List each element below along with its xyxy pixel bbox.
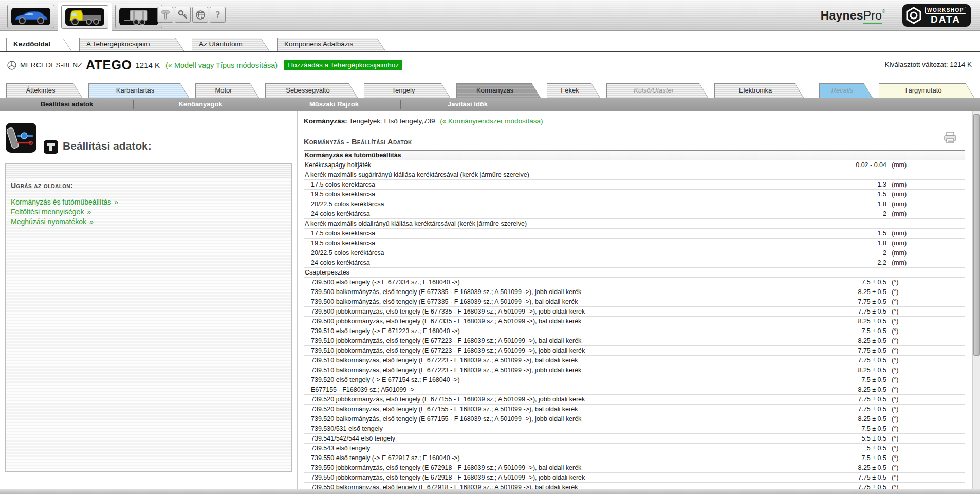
section-tab[interactable]: Külső/Utastér bbox=[606, 83, 708, 98]
tools-button[interactable] bbox=[157, 7, 173, 23]
section-tab[interactable]: Áttekintés bbox=[6, 83, 82, 98]
change-steering-link[interactable]: (« Kormányrendszer módosítása) bbox=[440, 117, 543, 125]
nav-tab[interactable]: A Tehergépkocsijaim bbox=[79, 38, 184, 51]
section-tab[interactable]: Tárgymutató bbox=[879, 83, 974, 98]
section-tab[interactable]: Tengely bbox=[364, 83, 450, 98]
nav-tab[interactable]: Kezdőoldal bbox=[6, 38, 72, 51]
section-tab-label: Elektronika bbox=[714, 83, 804, 97]
subsection-tab[interactable]: Beállítási adatok bbox=[0, 98, 134, 111]
jump-link[interactable]: Meghúzási nyomatékok» bbox=[11, 217, 286, 227]
nav-tab[interactable]: Komponens Adatbázis bbox=[277, 38, 386, 51]
row-value: 8.25 ± 0.5 bbox=[858, 414, 886, 424]
help-button[interactable]: ? bbox=[210, 7, 226, 23]
wheel-alignment-icon bbox=[5, 122, 39, 154]
row-value: 1.8 bbox=[878, 199, 886, 209]
jump-link-arrow-icon: » bbox=[114, 198, 118, 206]
subsection-tab-label: Beállítási adatok bbox=[41, 100, 94, 108]
add-to-trucks-button[interactable]: Hozzáadás a Tehergépkocsijaimhoz bbox=[284, 60, 402, 70]
nav-tab[interactable]: Az Utánfutóim bbox=[192, 38, 270, 51]
table-row: 20/22.5 colos keréktárcsa 1.8 (mm) bbox=[304, 199, 965, 209]
row-label: 739.520 jobbkormányzás, első tengely (E … bbox=[304, 395, 858, 404]
vehicle-header: MERCEDES-BENZ ATEGO 1214 K (« Modell vag… bbox=[0, 52, 980, 76]
row-unit: (mm) bbox=[886, 160, 913, 170]
section-tab[interactable]: Elektronika bbox=[714, 83, 804, 98]
svg-text:?: ? bbox=[215, 10, 220, 20]
logo-divider bbox=[894, 6, 894, 25]
row-label: 24 colos keréktárcsa bbox=[304, 209, 883, 218]
row-label: 739.520 balkormányzás, első tengely (E 6… bbox=[304, 405, 858, 414]
section-title: Kormányzás - Beállítási Adatok bbox=[304, 138, 971, 147]
row-label: Kerékcsapágy holtjáték bbox=[304, 160, 856, 170]
vertical-scrollbar[interactable] bbox=[972, 111, 980, 494]
row-value: 7.75 ± 0.5 bbox=[858, 473, 886, 482]
row-label: 739.510 balkormányzás, első tengely (E 6… bbox=[304, 365, 858, 375]
row-label: 739.541/542/544 első tengely bbox=[304, 434, 861, 443]
horizontal-scrollbar[interactable] bbox=[0, 489, 980, 494]
subsection-tab-label: Kenőanyagok bbox=[178, 100, 222, 108]
trailer-mode-button[interactable] bbox=[115, 5, 162, 28]
truck-mode-button[interactable] bbox=[61, 5, 108, 29]
car-mode-button[interactable] bbox=[7, 5, 54, 28]
jump-link[interactable]: Kormányzás és futóműbeállítás» bbox=[11, 197, 286, 207]
subsection-tab[interactable]: Javítási Idők bbox=[401, 98, 534, 111]
row-value: 8.25 ± 0.5 bbox=[858, 287, 886, 297]
table-row: 739.510 jobbkormányzás, első tengely (E … bbox=[304, 336, 965, 346]
subsection-tab[interactable]: Műszaki Rajzok bbox=[267, 98, 401, 111]
row-unit: (°) bbox=[886, 287, 913, 297]
table-row: A kerék maximális sugárirányú kiállása k… bbox=[304, 170, 965, 180]
tools-icon bbox=[160, 9, 171, 21]
row-unit bbox=[886, 219, 913, 228]
row-unit: (°) bbox=[886, 336, 913, 345]
row-value: 7.5 ± 0.5 bbox=[861, 278, 886, 287]
row-value: 0.02 - 0.04 bbox=[856, 160, 886, 170]
table-row: 739.500 balkormányzás, első tengely (E 6… bbox=[304, 297, 965, 307]
row-unit: (mm) bbox=[886, 180, 913, 189]
subsection-tab[interactable]: Kenőanyagok bbox=[134, 98, 267, 111]
table-row: 19.5 colos keréktárcsa 1.8 (mm) bbox=[304, 239, 965, 248]
section-tab[interactable]: Fékek bbox=[547, 83, 600, 98]
jump-links: Kormányzás és futóműbeállítás»Feltöltési… bbox=[6, 193, 291, 231]
globe-button[interactable] bbox=[192, 7, 208, 23]
table-row: 17.5 colos keréktárcsa 1.5 (mm) bbox=[304, 229, 965, 239]
section-tab-label: Sebességváltó bbox=[265, 83, 358, 97]
content-pane: Kormányzás: Tengelyek: Első tengely,739 … bbox=[297, 111, 971, 494]
workshop-nut-icon bbox=[905, 7, 922, 24]
section-tab[interactable]: Motor bbox=[195, 83, 259, 98]
print-button[interactable] bbox=[944, 132, 957, 144]
row-value: 7.75 ± 0.5 bbox=[858, 346, 886, 355]
key-button[interactable] bbox=[175, 7, 191, 23]
section-tab-label: Karbantartás bbox=[88, 83, 189, 97]
row-label: 739.520 balkormányzás, első tengely (E 6… bbox=[304, 414, 858, 424]
sidebar: Beállítási adatok: Ugrás az oldalon: Kor… bbox=[5, 111, 292, 494]
car-icon bbox=[11, 6, 51, 27]
row-label: 739.500 balkormányzás, első tengely (E 6… bbox=[304, 287, 858, 297]
section-tab[interactable]: Kormányzás bbox=[456, 83, 541, 98]
row-unit: (mm) bbox=[886, 199, 913, 209]
row-label: 739.500 jobbkormányzás, első tengely (E … bbox=[304, 307, 858, 316]
row-label: 19.5 colos keréktárcsa bbox=[304, 190, 878, 199]
row-unit: (°) bbox=[886, 434, 913, 443]
printer-icon bbox=[944, 132, 957, 144]
jump-link[interactable]: Feltöltési mennyiségek» bbox=[11, 207, 286, 217]
vertical-scrollbar-thumb[interactable] bbox=[973, 114, 980, 356]
row-label: Csapterpesztés bbox=[304, 268, 886, 277]
row-unit: (°) bbox=[886, 317, 913, 326]
section-tab-label: Fékek bbox=[547, 83, 600, 97]
row-unit: (°) bbox=[886, 385, 913, 394]
row-value: 7.5 ± 0.5 bbox=[861, 424, 886, 433]
row-label: 17.5 colos keréktárcsa bbox=[304, 180, 878, 189]
trailer-icon bbox=[119, 6, 159, 27]
context-value: Tengelyek: Első tengely,739 bbox=[349, 117, 435, 125]
section-tab[interactable]: Karbantartás bbox=[88, 83, 189, 98]
jump-link-arrow-icon: » bbox=[89, 217, 94, 226]
row-label: 24 colos keréktárcsa bbox=[304, 258, 878, 267]
jump-link-label: Feltöltési mennyiségek bbox=[11, 208, 84, 216]
row-unit: (mm) bbox=[886, 258, 913, 267]
change-model-link[interactable]: (« Modell vagy Típus módosítása) bbox=[165, 61, 278, 69]
jump-panel-top bbox=[6, 164, 291, 179]
section-tab[interactable]: Sebességváltó bbox=[265, 83, 358, 98]
row-value: 8.25 ± 0.5 bbox=[858, 317, 886, 326]
subsection-tab-label: Javítási Idők bbox=[448, 100, 488, 108]
section-tab[interactable]: Recalls bbox=[819, 83, 873, 98]
row-label: 739.550 jobbkormányzás, első tengely (E … bbox=[304, 473, 858, 482]
